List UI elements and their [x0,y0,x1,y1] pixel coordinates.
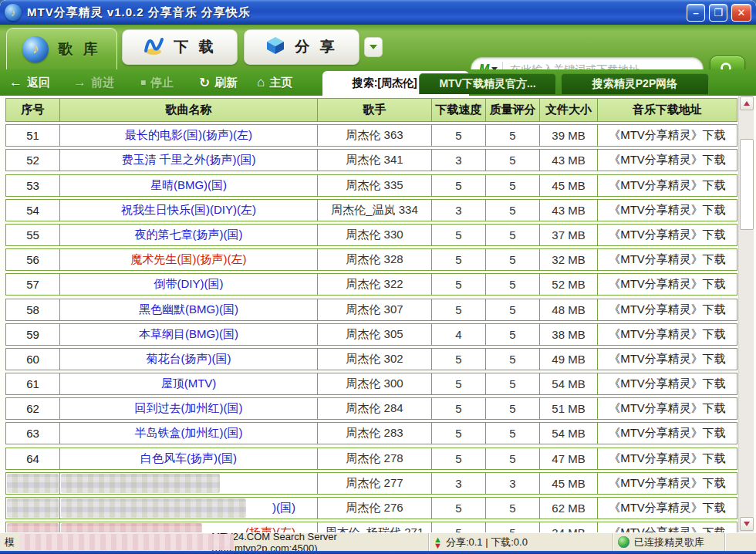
cell-singer: 周杰伦_杨瑞代 271 [318,522,432,532]
home-button[interactable]: ⌂ 主页 [257,69,292,96]
cell-song[interactable]: 回到过去(加州红)(国) [60,398,318,419]
cell-size: 45 MB [540,175,598,196]
status-server-panel: 模 MTV24.COM Search Server (no6.mtvp2p.co… [0,533,429,551]
cell-link[interactable]: 《MTV分享精灵》下载 [598,200,737,221]
cell-link[interactable]: 《MTV分享精灵》下载 [598,373,737,394]
scroll-down-button[interactable] [740,517,754,531]
cell-link[interactable]: 《MTV分享精灵》下载 [598,349,737,370]
table-row[interactable]: 58黑色幽默(BMG)(国)周杰伦 3075548 MB《MTV分享精灵》下载 [5,299,737,321]
cell-no: 59 [6,324,60,345]
cell-singer: 周杰伦 330 [318,225,432,245]
cell-song[interactable]: 夜的第七章(扬声)(国) [60,225,318,245]
cell-no: 56 [6,249,60,270]
table-row[interactable]: 周杰伦 2773345 MB《MTV分享精灵》下载 [5,472,737,495]
cell-link[interactable]: 《MTV分享精灵》下载 [598,522,737,532]
page-tab-official[interactable]: MTV下载精灵官方... [419,73,556,94]
minimize-button[interactable]: – [687,4,705,22]
vertical-scrollbar[interactable] [738,96,754,532]
table-row[interactable]: 54祝我生日快乐(国)(DIY)(左)周杰伦_温岚 3343543 MB《MTV… [5,199,737,221]
cell-song[interactable]: 祝我生日快乐(国)(DIY)(左) [60,200,318,221]
censored-patch [7,474,59,493]
cell-link[interactable]: 《MTV分享精灵》下载 [598,398,737,419]
cell-song[interactable]: 半岛铁盒(加州红)(国) [60,423,318,444]
download-icon [143,35,164,59]
cell-size: 38 MB [540,324,598,345]
table-row[interactable]: 59本草纲目(BMG)(国)周杰伦 3054538 MB《MTV分享精灵》下载 [5,323,737,346]
table-row[interactable]: 52费玉清 千里之外(扬声)(国)周杰伦 3413543 MB《MTV分享精灵》… [5,149,737,171]
cell-song[interactable] [60,473,318,494]
table-row[interactable]: 61屋顶(MTV)周杰伦 3005554 MB《MTV分享精灵》下载 [5,373,737,395]
header-cell[interactable]: 文件大小 [540,99,598,121]
cell-link[interactable]: 《MTV分享精灵》下载 [598,150,737,171]
header-cell[interactable]: 音乐下载地址 [598,99,737,121]
table-row[interactable]: 63半岛铁盒(加州红)(国)周杰伦 2835554 MB《MTV分享精灵》下载 [5,422,737,444]
header-cell[interactable]: 歌手 [318,99,432,121]
cell-link[interactable]: 《MTV分享精灵》下载 [598,125,737,146]
header-cell[interactable]: 质量评分 [486,99,540,121]
cell-size: 51 MB [540,398,598,419]
cell-speed: 5 [432,225,486,245]
header-cell[interactable]: 下载速度 [432,99,486,121]
cell-link[interactable]: 《MTV分享精灵》下载 [598,249,737,270]
table-row[interactable]: 53星晴(BMG)(国)周杰伦 3355545 MB《MTV分享精灵》下载 [5,174,737,197]
close-button[interactable]: ✕ [731,4,751,22]
tab-download[interactable]: 下 载 [122,29,238,65]
stop-label: 停止 [150,76,174,90]
cell-link[interactable]: 《MTV分享精灵》下载 [598,473,737,494]
cell-song[interactable]: 白色风车(扬声)(国) [60,448,318,469]
cell-speed: 5 [432,349,486,370]
table-row[interactable]: )(国)周杰伦 2765562 MB《MTV分享精灵》下载 [5,497,737,519]
table-row[interactable]: (扬声)(左)周杰伦_杨瑞代 2715534 MB《MTV分享精灵》下载 [5,522,737,532]
cell-song[interactable]: 最长的电影(国)(扬声)(左) [60,125,318,146]
censored-patch [61,523,202,532]
cell-speed: 5 [432,398,486,419]
cell-song[interactable]: 屋顶(MTV) [60,373,318,394]
cell-link[interactable]: 《MTV分享精灵》下载 [598,448,737,469]
cell-link[interactable]: 《MTV分享精灵》下载 [598,423,737,444]
cell-song[interactable]: 黑色幽默(BMG)(国) [60,299,318,320]
cell-link[interactable]: 《MTV分享精灵》下载 [598,175,737,196]
back-button[interactable]: ← 返回 [9,69,50,96]
table-row[interactable]: 62回到过去(加州红)(国)周杰伦 2845551 MB《MTV分享精灵》下载 [5,397,737,420]
table-row[interactable]: 56魔术先生(国)(扬声)(左)周杰伦 3285532 MB《MTV分享精灵》下… [5,248,737,271]
table-row[interactable]: 57倒带(DIY)(国)周杰伦 3225552 MB《MTV分享精灵》下载 [5,273,737,296]
cell-song[interactable]: 费玉清 千里之外(扬声)(国) [60,150,318,171]
app-icon: ♪ [5,4,22,21]
cell-song[interactable]: 星晴(BMG)(国) [60,175,318,196]
cell-no: 54 [6,200,60,221]
table-row[interactable]: 60菊花台(扬声)(国)周杰伦 3025549 MB《MTV分享精灵》下载 [5,348,737,370]
cell-song[interactable]: 魔术先生(国)(扬声)(左) [60,249,318,270]
cell-link[interactable]: 《MTV分享精灵》下载 [598,324,737,345]
more-tabs-button[interactable] [364,37,383,57]
cell-link[interactable]: 《MTV分享精灵》下载 [598,274,737,295]
table-row[interactable]: 51最长的电影(国)(扬声)(左)周杰伦 3635539 MB《MTV分享精灵》… [5,124,737,147]
app-window: ♪ MTV分享精灵 v1.0.2 分享音乐 分享快乐 – ❐ ✕ ♪ 歌 库 下… [0,0,756,554]
cell-link[interactable]: 《MTV分享精灵》下载 [598,225,737,245]
cell-score: 5 [486,522,540,532]
tab-songlibrary[interactable]: ♪ 歌 库 [6,28,117,69]
header-cell[interactable]: 歌曲名称 [60,99,318,121]
cell-song[interactable]: 倒带(DIY)(国) [60,274,318,295]
table-row[interactable]: 64白色风车(扬声)(国)周杰伦 2785547 MB《MTV分享精灵》下载 [5,448,737,470]
stop-button[interactable]: ■ 停止 [140,69,174,96]
forward-button[interactable]: → 前进 [73,69,114,96]
tab-share[interactable]: 分 享 [244,29,359,65]
cell-link[interactable]: 《MTV分享精灵》下载 [598,299,737,320]
scroll-up-button[interactable] [740,96,754,110]
cell-singer: 周杰伦 277 [318,473,432,494]
cell-size: 39 MB [540,125,598,146]
refresh-button[interactable]: ↻ 刷新 [199,69,238,96]
header-cell[interactable]: 序号 [6,99,60,121]
refresh-label: 刷新 [214,76,238,90]
table-row[interactable]: 55夜的第七章(扬声)(国)周杰伦 3305537 MB《MTV分享精灵》下载 [5,224,737,246]
cell-speed: 3 [432,200,486,221]
cell-song[interactable]: 本草纲目(BMG)(国) [60,324,318,345]
cell-song[interactable]: 菊花台(扬声)(国) [60,349,318,370]
cell-link[interactable]: 《MTV分享精灵》下载 [598,498,737,519]
maximize-button[interactable]: ❐ [709,4,727,22]
cell-song[interactable]: (扬声)(左) [60,522,318,532]
cell-song[interactable]: )(国) [60,498,318,519]
transfer-stats: 分享:0.1 | 下载:0.0 [446,535,528,549]
scrollbar-thumb[interactable] [740,139,754,230]
page-tab-p2p[interactable]: 搜索精灵P2P网络 [561,73,709,94]
